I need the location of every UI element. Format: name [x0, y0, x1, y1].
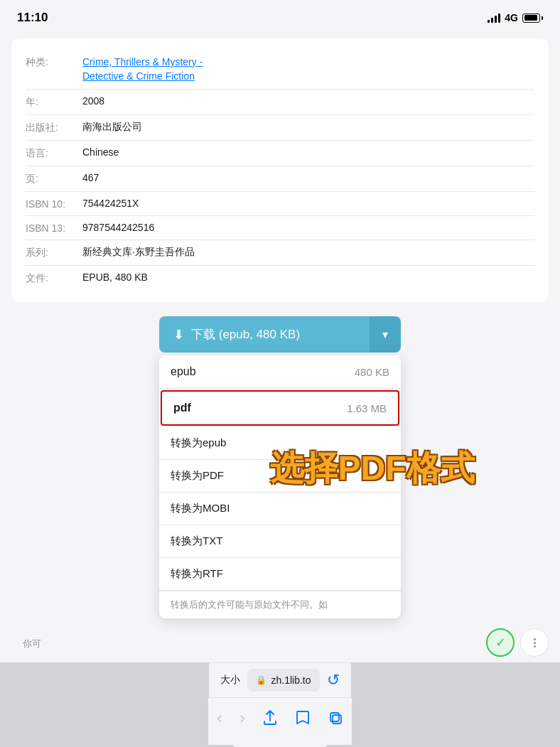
detail-row-year: 年: 2008: [26, 90, 534, 115]
format-pdf-item[interactable]: pdf 1.63 MB: [161, 390, 399, 426]
detail-row-language: 语言: Chinese: [26, 141, 534, 166]
back-button[interactable]: ‹: [208, 705, 231, 731]
download-main-button[interactable]: ⬇ 下载 (epub, 480 KB): [159, 316, 370, 353]
convert-epub-label: 转换为epub: [171, 436, 226, 450]
refresh-button[interactable]: ↺: [327, 671, 340, 689]
value-pages: 467: [82, 172, 534, 183]
value-file: EPUB, 480 KB: [82, 272, 534, 283]
epub-size: 480 KB: [355, 366, 389, 378]
pdf-label: pdf: [173, 402, 191, 414]
convert-rtf-item[interactable]: 转换为RTF: [159, 558, 401, 591]
format-epub-item[interactable]: epub 480 KB: [159, 355, 401, 389]
download-button-wrapper[interactable]: ⬇ 下载 (epub, 480 KB) ▾: [159, 316, 401, 353]
epub-label: epub: [171, 365, 196, 378]
network-type: 4G: [505, 12, 518, 23]
dropdown-arrow-icon: ▾: [382, 328, 388, 341]
detail-row-isbn10: ISBN 10: 754424251X: [26, 192, 534, 216]
battery-icon: [522, 14, 543, 23]
label-publisher: 出版社:: [26, 121, 82, 134]
download-arrow-button[interactable]: ▾: [370, 316, 401, 353]
bottom-nav: ‹ ›: [208, 697, 352, 745]
detail-row-pages: 页: 467: [26, 166, 534, 192]
download-section: ⬇ 下载 (epub, 480 KB) ▾ epub 480 KB pdf 1.…: [0, 302, 560, 625]
pdf-size: 1.63 MB: [347, 402, 387, 414]
detail-row-series: 系列: 新经典文库·东野圭吾作品: [26, 240, 534, 266]
status-time: 11:10: [17, 11, 48, 25]
label-series: 系列:: [26, 246, 82, 259]
bottom-label: 你可: [11, 632, 53, 653]
browser-bar: 大小 🔒 zh.1lib.to ↺: [209, 662, 350, 697]
size-label: 大小: [220, 674, 240, 687]
convert-pdf-label: 转换为PDF: [171, 469, 224, 483]
convert-txt-item[interactable]: 转换为TXT: [159, 525, 401, 558]
detail-row-file: 文件: EPUB, 480 KB: [26, 266, 534, 291]
share-button[interactable]: [254, 707, 286, 729]
label-language: 语言:: [26, 146, 82, 160]
download-icon: ⬇: [173, 327, 184, 343]
label-isbn10: ISBN 10:: [26, 198, 82, 210]
svg-rect-1: [333, 715, 341, 724]
value-language: Chinese: [82, 146, 534, 158]
convert-pdf-item[interactable]: 转换为PDF: [159, 460, 401, 493]
lock-icon: 🔒: [256, 675, 266, 685]
more-action-button[interactable]: [520, 628, 549, 657]
detail-row-isbn13: ISBN 13: 9787544242516: [26, 216, 534, 240]
status-icons: 4G: [488, 12, 543, 23]
forward-button[interactable]: ›: [231, 705, 254, 731]
convert-mobi-label: 转换为MOBI: [171, 502, 230, 515]
footer-text: 转换后的文件可能与原始文件不同。如: [171, 599, 328, 610]
format-dropdown: epub 480 KB pdf 1.63 MB 转换为epub 转换为PDF 转…: [159, 355, 401, 618]
label-genre: 种类:: [26, 55, 82, 69]
address-bar[interactable]: 🔒 zh.1lib.to: [247, 669, 319, 692]
download-label: 下载 (epub, 480 KB): [191, 326, 300, 343]
signal-icon: [488, 13, 500, 23]
book-details-card: 种类: Crime, Thrillers & Mystery -Detectiv…: [11, 38, 549, 302]
value-publisher: 南海出版公司: [82, 121, 534, 134]
label-year: 年:: [26, 95, 82, 109]
value-genre[interactable]: Crime, Thrillers & Mystery -Detective & …: [82, 55, 534, 83]
status-bar: 11:10 4G: [0, 0, 560, 31]
label-file: 文件:: [26, 272, 82, 285]
convert-epub-item[interactable]: 转换为epub: [159, 427, 401, 460]
value-isbn13: 9787544242516: [82, 222, 534, 233]
convert-footer-note: 转换后的文件可能与原始文件不同。如: [159, 591, 401, 618]
detail-row-publisher: 出版社: 南海出版公司: [26, 115, 534, 141]
svg-rect-0: [330, 713, 339, 721]
label-isbn13: ISBN 13:: [26, 222, 82, 234]
convert-mobi-item[interactable]: 转换为MOBI: [159, 493, 401, 525]
bookmarks-button[interactable]: [286, 707, 319, 729]
phone-screen: 种类: Crime, Thrillers & Mystery -Detectiv…: [0, 31, 560, 662]
value-year: 2008: [82, 95, 534, 107]
convert-txt-label: 转换为TXT: [171, 534, 222, 548]
convert-rtf-label: 转换为RTF: [171, 567, 223, 581]
check-action-button[interactable]: ✓: [486, 628, 515, 657]
label-pages: 页:: [26, 172, 82, 186]
tabs-button[interactable]: [319, 707, 352, 729]
url-text: zh.1lib.to: [271, 675, 311, 686]
value-series: 新经典文库·东野圭吾作品: [82, 246, 534, 259]
detail-row-genre: 种类: Crime, Thrillers & Mystery -Detectiv…: [26, 50, 534, 90]
value-isbn10: 754424251X: [82, 198, 534, 209]
